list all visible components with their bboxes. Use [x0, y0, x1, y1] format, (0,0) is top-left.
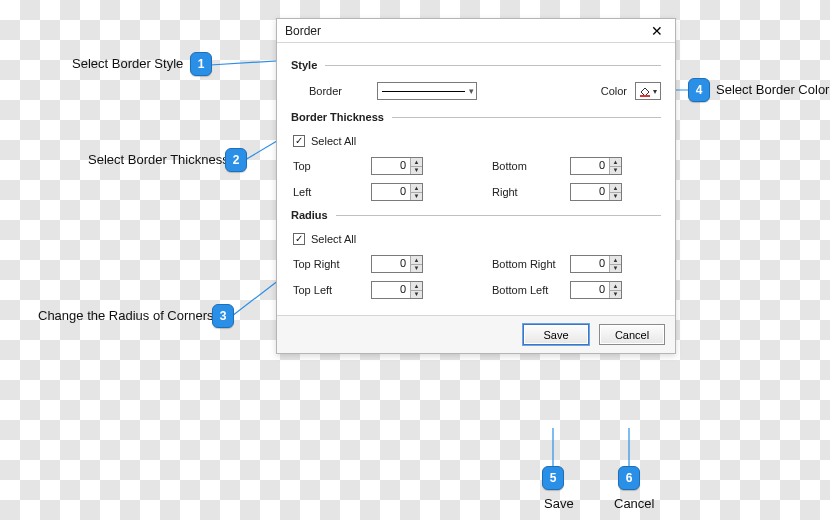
bottom-right-value: 0: [571, 256, 609, 272]
spin-down-icon[interactable]: ▼: [610, 166, 621, 175]
top-right-label: Top Right: [293, 258, 371, 270]
bucket-icon: [639, 85, 651, 97]
spin-down-icon[interactable]: ▼: [411, 290, 422, 299]
bottom-left-value: 0: [571, 282, 609, 298]
radius-select-all-label: Select All: [311, 233, 356, 245]
color-picker[interactable]: ▾: [635, 82, 661, 100]
callout-5-bubble: 5: [542, 466, 564, 490]
bottom-right-label: Bottom Right: [492, 258, 570, 270]
right-label: Right: [492, 186, 570, 198]
spin-down-icon[interactable]: ▼: [610, 192, 621, 201]
bottom-value: 0: [571, 158, 609, 174]
callout-1-text: Select Border Style: [72, 56, 183, 71]
bottom-left-label: Bottom Left: [492, 284, 570, 296]
top-right-value: 0: [372, 256, 410, 272]
section-radius: Radius ✓ Select All Top Right 0 ▲▼: [291, 209, 661, 299]
radius-heading: Radius: [291, 209, 328, 221]
top-spinner[interactable]: 0 ▲▼: [371, 157, 423, 175]
thickness-select-all[interactable]: ✓ Select All: [291, 131, 661, 151]
bottom-right-spinner[interactable]: 0 ▲▼: [570, 255, 622, 273]
dialog-title: Border: [285, 24, 321, 38]
callout-1-bubble: 1: [190, 52, 212, 76]
spin-up-icon[interactable]: ▲: [610, 158, 621, 166]
spin-up-icon[interactable]: ▲: [610, 282, 621, 290]
dialog-footer: Save Cancel: [277, 315, 675, 353]
bottom-spinner[interactable]: 0 ▲▼: [570, 157, 622, 175]
border-dialog: Border ✕ Style Border ▾ Color: [276, 18, 676, 354]
save-button[interactable]: Save: [523, 324, 589, 345]
titlebar[interactable]: Border ✕: [277, 19, 675, 43]
callout-5-text: Save: [544, 496, 574, 511]
spin-up-icon[interactable]: ▲: [610, 184, 621, 192]
spin-up-icon[interactable]: ▲: [411, 158, 422, 166]
cancel-button[interactable]: Cancel: [599, 324, 665, 345]
spin-down-icon[interactable]: ▼: [411, 264, 422, 273]
border-style-label: Border: [309, 85, 369, 97]
divider: [325, 65, 661, 66]
spin-down-icon[interactable]: ▼: [411, 192, 422, 201]
callout-2-text: Select Border Thickness: [88, 152, 229, 167]
left-value: 0: [372, 184, 410, 200]
top-left-spinner[interactable]: 0 ▲▼: [371, 281, 423, 299]
spin-down-icon[interactable]: ▼: [610, 290, 621, 299]
callout-4-text: Select Border Color: [716, 82, 829, 97]
border-style-dropdown[interactable]: ▾: [377, 82, 477, 100]
color-label: Color: [591, 85, 627, 97]
spin-down-icon[interactable]: ▼: [411, 166, 422, 175]
radius-select-all[interactable]: ✓ Select All: [291, 229, 661, 249]
right-spinner[interactable]: 0 ▲▼: [570, 183, 622, 201]
callout-3-bubble: 3: [212, 304, 234, 328]
section-style: Style Border ▾ Color: [291, 59, 661, 103]
left-spinner[interactable]: 0 ▲▼: [371, 183, 423, 201]
callout-3-text: Change the Radius of Corners: [38, 308, 214, 323]
bottom-left-spinner[interactable]: 0 ▲▼: [570, 281, 622, 299]
thickness-heading: Border Thickness: [291, 111, 384, 123]
style-heading: Style: [291, 59, 317, 71]
divider: [392, 117, 661, 118]
top-value: 0: [372, 158, 410, 174]
spin-up-icon[interactable]: ▲: [411, 256, 422, 264]
spin-up-icon[interactable]: ▲: [411, 184, 422, 192]
callout-6-bubble: 6: [618, 466, 640, 490]
checkbox-icon: ✓: [293, 135, 305, 147]
top-left-label: Top Left: [293, 284, 371, 296]
close-icon[interactable]: ✕: [645, 22, 669, 40]
chevron-down-icon: ▾: [469, 86, 474, 96]
top-right-spinner[interactable]: 0 ▲▼: [371, 255, 423, 273]
top-left-value: 0: [372, 282, 410, 298]
right-value: 0: [571, 184, 609, 200]
border-line-sample: [382, 91, 465, 92]
bottom-label: Bottom: [492, 160, 570, 172]
callout-2-bubble: 2: [225, 148, 247, 172]
top-label: Top: [293, 160, 371, 172]
spin-up-icon[interactable]: ▲: [411, 282, 422, 290]
left-label: Left: [293, 186, 371, 198]
chevron-down-icon: ▾: [653, 87, 657, 96]
svg-rect-6: [640, 95, 650, 97]
thickness-select-all-label: Select All: [311, 135, 356, 147]
checkbox-icon: ✓: [293, 233, 305, 245]
spin-up-icon[interactable]: ▲: [610, 256, 621, 264]
section-thickness: Border Thickness ✓ Select All Top 0 ▲▼: [291, 111, 661, 201]
callout-6-text: Cancel: [614, 496, 654, 511]
spin-down-icon[interactable]: ▼: [610, 264, 621, 273]
divider: [336, 215, 661, 216]
callout-4-bubble: 4: [688, 78, 710, 102]
